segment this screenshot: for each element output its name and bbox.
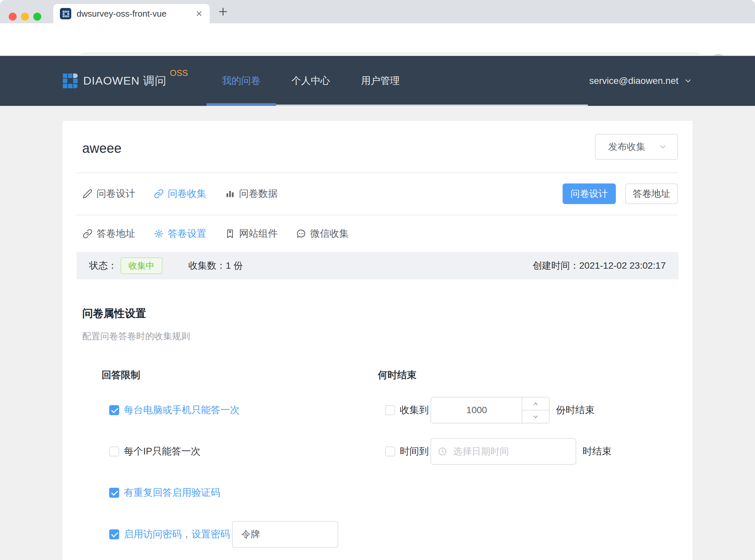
publish-collect-label: 发布收集 (608, 140, 646, 153)
browser-tabstrip: dwsurvey-oss-front-vue (0, 0, 755, 23)
chevron-down-icon (658, 142, 668, 152)
tab-wechat-collect[interactable]: 微信收集 (296, 227, 349, 240)
app-logo[interactable]: DIAOWEN 调问 OSS (63, 56, 188, 106)
status-bar: 状态： 收集中 收集数： 1 份 创建时间： 2021-12-02 23:02:… (77, 252, 678, 279)
option-label[interactable]: 启用访问密码，设置密码 (124, 528, 230, 541)
option-label[interactable]: 每个IP只能答一次 (124, 445, 200, 458)
browser-window: dwsurvey-oss-front-vue localhost:8083/#/… (0, 0, 755, 560)
widget-tag-icon (225, 229, 235, 239)
quantity-stepper (430, 397, 550, 423)
option-label[interactable]: 每台电脑或手机只能答一次 (124, 403, 240, 417)
gear-icon (154, 229, 164, 239)
checkbox-access-password[interactable] (109, 529, 119, 539)
tab-label: 问卷收集 (168, 187, 206, 200)
status-label: 状态： (89, 259, 117, 272)
end-rules-heading: 何时结束 (378, 368, 416, 382)
tab-label: 答卷设置 (168, 227, 206, 240)
tab-answer-url[interactable]: 答卷地址 (83, 227, 135, 240)
quantity-rule-suffix: 份时结束 (556, 403, 595, 417)
option-row: 有重复回答启用验证码 (109, 488, 220, 498)
tab-survey-design[interactable]: 问卷设计 (83, 187, 135, 200)
survey-title: aweee (82, 141, 122, 156)
secondary-tabs: 答卷地址 答卷设置 网站组件 微信收集 (77, 215, 678, 252)
nav-item-my-surveys[interactable]: 我的问卷 (206, 56, 276, 106)
answer-limit-heading: 回答限制 (102, 368, 140, 382)
publish-collect-dropdown[interactable]: 发布收集 (595, 134, 678, 160)
quantity-rule-label[interactable]: 收集到 (400, 403, 429, 417)
survey-card: aweee 发布收集 问卷设计 问卷收集 (63, 121, 692, 560)
brand-name: DIAOWEN 调问 (83, 73, 166, 88)
created-time-value: 2021-12-02 23:02:17 (579, 260, 666, 271)
collect-count-value: 1 份 (226, 259, 243, 272)
clock-icon (438, 447, 447, 456)
time-rule-label[interactable]: 时间到 (400, 445, 429, 458)
checkbox-captcha-on-repeat[interactable] (109, 488, 119, 498)
stepper-decrease-button[interactable] (522, 411, 549, 423)
datetime-picker (430, 438, 576, 465)
settings-heading: 问卷属性设置 (82, 306, 146, 321)
app-menu: 我的问卷 个人中心 用户管理 (206, 56, 588, 106)
collect-count-label: 收集数： (188, 259, 226, 272)
link-icon (154, 189, 164, 199)
brand-badge: OSS (170, 68, 188, 78)
app-navbar: DIAOWEN 调问 OSS 我的问卷 个人中心 用户管理 service@di… (0, 56, 755, 106)
window-zoom-button[interactable] (33, 13, 41, 21)
tab-close-icon[interactable] (195, 9, 203, 18)
settings-subheading: 配置问卷答卷时的收集规则 (82, 330, 190, 342)
survey-design-button[interactable]: 问卷设计 (563, 183, 616, 204)
checkbox-one-answer-per-ip[interactable] (109, 446, 119, 457)
option-row: 每个IP只能答一次 (109, 446, 200, 457)
tab-site-widget[interactable]: 网站组件 (225, 227, 278, 240)
browser-toolbar: localhost:8083/#/dw/survey/c/attr/c98fa1… (0, 23, 755, 56)
tab-label: 微信收集 (310, 227, 349, 240)
answer-url-button[interactable]: 答卷地址 (625, 183, 678, 204)
datetime-input[interactable] (430, 438, 576, 465)
pencil-icon (83, 189, 93, 199)
link-icon (83, 229, 93, 239)
tab-label: 问卷数据 (239, 187, 278, 200)
checkbox-end-by-time[interactable] (385, 446, 395, 457)
status-badge: 收集中 (121, 257, 162, 274)
bar-chart-icon (225, 189, 235, 199)
checkbox-end-by-count[interactable] (385, 405, 395, 415)
nav-item-user-management[interactable]: 用户管理 (346, 56, 415, 106)
user-dropdown[interactable]: service@diaowen.net (589, 56, 692, 106)
stepper-increase-button[interactable] (522, 398, 549, 411)
time-rule-suffix: 时结束 (583, 445, 612, 458)
option-row: 启用访问密码，设置密码 (109, 521, 338, 548)
wechat-chat-icon (296, 229, 306, 239)
tab-answer-settings[interactable]: 答卷设置 (154, 227, 206, 240)
window-minimize-button[interactable] (21, 13, 29, 21)
chevron-down-icon (684, 77, 692, 85)
quantity-rule-row: 收集到 份时结束 (385, 397, 595, 423)
tab-survey-collect[interactable]: 问卷收集 (154, 187, 206, 200)
nav-item-profile-center[interactable]: 个人中心 (276, 56, 346, 106)
window-close-button[interactable] (9, 13, 17, 21)
primary-tabs: 问卷设计 问卷收集 问卷数据 问卷设计 答卷地址 (77, 173, 678, 215)
checkbox-one-answer-per-device[interactable] (109, 405, 119, 415)
diaowen-logo-icon (63, 70, 78, 92)
tab-title: dwsurvey-oss-front-vue (77, 9, 195, 19)
time-rule-row: 时间到 时结束 (385, 438, 612, 465)
created-time-label: 创建时间： (533, 259, 579, 272)
access-password-input[interactable] (232, 521, 338, 548)
tab-survey-data[interactable]: 问卷数据 (225, 187, 278, 200)
tab-label: 答卷地址 (97, 227, 135, 240)
browser-tab[interactable]: dwsurvey-oss-front-vue (53, 4, 210, 23)
favicon (60, 8, 71, 19)
new-tab-button[interactable] (217, 6, 229, 18)
quantity-input[interactable] (431, 398, 522, 423)
option-row: 每台电脑或手机只能答一次 (109, 405, 240, 415)
tab-label: 网站组件 (239, 227, 278, 240)
user-email: service@diaowen.net (589, 76, 678, 86)
tab-label: 问卷设计 (97, 187, 135, 200)
option-label[interactable]: 有重复回答启用验证码 (124, 486, 220, 499)
